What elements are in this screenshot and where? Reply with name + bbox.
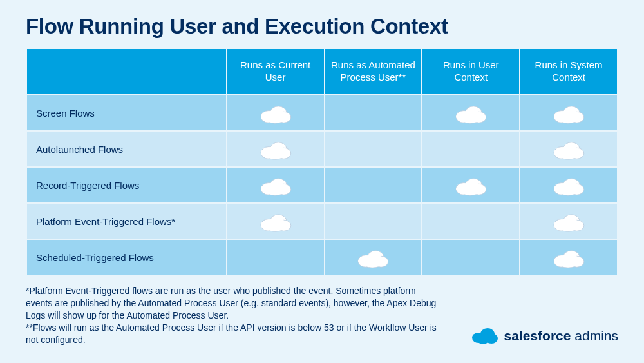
- svg-point-4: [261, 111, 289, 123]
- cloud-icon: [547, 142, 591, 153]
- cell: [325, 132, 422, 166]
- svg-point-54: [358, 255, 386, 268]
- cloud-icon: [547, 106, 591, 117]
- row-label: Platform Event-Triggered Flows*: [27, 204, 226, 239]
- cell: [520, 95, 617, 130]
- cell: [520, 204, 617, 239]
- cloud-icon: [547, 215, 591, 226]
- flow-context-table: Runs as Current User Runs as Automated P…: [26, 48, 618, 276]
- svg-point-29: [261, 183, 289, 195]
- cell: [422, 95, 519, 130]
- row-label: Scheduled-Triggered Flows: [27, 240, 226, 275]
- table-row: Platform Event-Triggered Flows*: [27, 204, 617, 239]
- col-header-automated-user: Runs as Automated Process User**: [325, 49, 422, 94]
- svg-point-63: [477, 335, 489, 344]
- cell: [227, 132, 324, 166]
- salesforce-cloud-icon: [469, 324, 499, 348]
- row-label: Record-Triggered Flows: [27, 168, 226, 202]
- cell: [422, 204, 519, 239]
- table-header-row: Runs as Current User Runs as Automated P…: [27, 49, 617, 94]
- brand-text: salesforce admins: [504, 328, 618, 344]
- col-header-system-context: Runs in System Context: [520, 49, 617, 94]
- cell: [520, 168, 617, 202]
- cell: [325, 168, 422, 202]
- cell: [325, 204, 422, 239]
- svg-point-14: [554, 111, 582, 123]
- cloud-icon: [351, 251, 395, 262]
- row-label: Screen Flows: [27, 95, 226, 130]
- table-row: Record-Triggered Flows: [27, 168, 617, 202]
- cell: [520, 132, 617, 166]
- cloud-icon: [449, 106, 493, 117]
- cell: [422, 240, 519, 275]
- svg-point-39: [554, 183, 582, 195]
- col-header-user-context: Runs in User Context: [422, 49, 519, 94]
- col-header-blank: [27, 49, 226, 94]
- cell: [422, 132, 519, 166]
- cloud-icon: [254, 142, 298, 153]
- cloud-icon: [547, 179, 591, 190]
- cell: [520, 240, 617, 275]
- svg-point-9: [456, 111, 484, 123]
- cloud-icon: [254, 215, 298, 226]
- cell: [227, 168, 324, 202]
- svg-point-49: [554, 219, 582, 231]
- table-row: Autolaunched Flows: [27, 132, 617, 166]
- svg-point-59: [554, 255, 582, 268]
- cell: [227, 204, 324, 239]
- cell: [325, 95, 422, 130]
- svg-point-19: [261, 147, 289, 159]
- cell: [422, 168, 519, 202]
- cloud-icon: [254, 179, 298, 190]
- footnote-1: *Platform Event-Triggered flows are run …: [26, 285, 438, 322]
- brand-light: admins: [571, 328, 618, 343]
- page-title: Flow Running User and Execution Context: [26, 14, 618, 39]
- cell: [227, 95, 324, 130]
- table-row: Scheduled-Triggered Flows: [27, 240, 617, 275]
- footnote-2: **Flows will run as the Automated Proces…: [26, 322, 438, 346]
- col-header-current-user: Runs as Current User: [227, 49, 324, 94]
- cloud-icon: [449, 179, 493, 190]
- row-label: Autolaunched Flows: [27, 132, 226, 166]
- svg-point-34: [456, 183, 484, 195]
- cell: [227, 240, 324, 275]
- svg-point-24: [554, 147, 582, 159]
- cloud-icon: [547, 251, 591, 262]
- svg-point-44: [261, 219, 289, 231]
- cell: [325, 240, 422, 275]
- cloud-icon: [254, 106, 298, 117]
- table-row: Screen Flows: [27, 95, 617, 130]
- brand-strong: salesforce: [504, 328, 571, 343]
- footnotes: *Platform Event-Triggered flows are run …: [26, 285, 438, 346]
- brand: salesforce admins: [469, 324, 618, 348]
